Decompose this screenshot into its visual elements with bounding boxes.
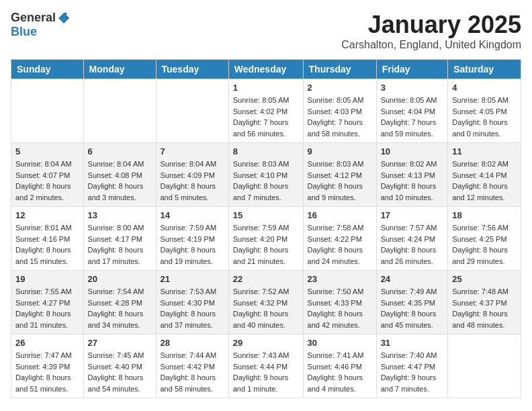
calendar-cell: 10Sunrise: 8:02 AM Sunset: 4:13 PM Dayli… bbox=[376, 143, 448, 207]
week-row-4: 19Sunrise: 7:55 AM Sunset: 4:27 PM Dayli… bbox=[11, 271, 521, 334]
calendar-cell: 28Sunrise: 7:44 AM Sunset: 4:42 PM Dayli… bbox=[156, 334, 228, 398]
day-number: 21 bbox=[161, 274, 224, 284]
day-info: Sunrise: 7:45 AM Sunset: 4:40 PM Dayligh… bbox=[88, 350, 152, 394]
calendar-cell bbox=[156, 79, 228, 143]
col-header-saturday: Saturday bbox=[448, 60, 521, 79]
calendar-cell bbox=[448, 334, 521, 398]
col-header-monday: Monday bbox=[83, 60, 156, 79]
day-number: 25 bbox=[452, 274, 517, 284]
calendar-cell: 2Sunrise: 8:05 AM Sunset: 4:03 PM Daylig… bbox=[303, 79, 376, 143]
day-number: 28 bbox=[161, 338, 224, 348]
day-number: 14 bbox=[161, 210, 224, 220]
calendar: SundayMondayTuesdayWednesdayThursdayFrid… bbox=[11, 59, 521, 398]
calendar-cell: 14Sunrise: 7:59 AM Sunset: 4:19 PM Dayli… bbox=[156, 207, 228, 271]
calendar-cell: 1Sunrise: 8:05 AM Sunset: 4:02 PM Daylig… bbox=[228, 79, 303, 143]
calendar-cell: 15Sunrise: 7:59 AM Sunset: 4:20 PM Dayli… bbox=[228, 207, 303, 271]
logo: General Blue bbox=[11, 11, 71, 39]
day-number: 31 bbox=[381, 338, 444, 348]
day-info: Sunrise: 7:47 AM Sunset: 4:39 PM Dayligh… bbox=[15, 350, 79, 394]
day-number: 11 bbox=[452, 146, 517, 156]
col-header-thursday: Thursday bbox=[303, 60, 376, 79]
calendar-cell: 7Sunrise: 8:04 AM Sunset: 4:09 PM Daylig… bbox=[156, 143, 228, 207]
calendar-cell: 4Sunrise: 8:05 AM Sunset: 4:05 PM Daylig… bbox=[448, 79, 521, 143]
day-number: 1 bbox=[233, 83, 299, 93]
calendar-cell: 31Sunrise: 7:40 AM Sunset: 4:47 PM Dayli… bbox=[376, 334, 448, 398]
calendar-header-row: SundayMondayTuesdayWednesdayThursdayFrid… bbox=[11, 60, 521, 79]
calendar-cell: 16Sunrise: 7:58 AM Sunset: 4:22 PM Dayli… bbox=[303, 207, 376, 271]
day-info: Sunrise: 7:57 AM Sunset: 4:24 PM Dayligh… bbox=[381, 222, 444, 267]
day-info: Sunrise: 7:50 AM Sunset: 4:33 PM Dayligh… bbox=[308, 286, 372, 330]
logo-blue-text: Blue bbox=[11, 25, 37, 38]
day-number: 19 bbox=[15, 274, 79, 284]
day-number: 16 bbox=[308, 210, 372, 220]
day-number: 12 bbox=[15, 210, 79, 220]
day-number: 24 bbox=[381, 274, 444, 284]
calendar-cell: 26Sunrise: 7:47 AM Sunset: 4:39 PM Dayli… bbox=[11, 334, 84, 398]
logo-icon bbox=[57, 11, 71, 25]
day-number: 2 bbox=[308, 83, 372, 93]
day-number: 13 bbox=[88, 210, 152, 220]
calendar-cell: 24Sunrise: 7:49 AM Sunset: 4:35 PM Dayli… bbox=[376, 271, 448, 334]
calendar-cell: 27Sunrise: 7:45 AM Sunset: 4:40 PM Dayli… bbox=[83, 334, 156, 398]
calendar-cell: 13Sunrise: 8:00 AM Sunset: 4:17 PM Dayli… bbox=[83, 207, 156, 271]
title-area: January 2025 Carshalton, England, United… bbox=[341, 11, 521, 51]
day-info: Sunrise: 8:03 AM Sunset: 4:10 PM Dayligh… bbox=[233, 158, 299, 203]
calendar-cell: 5Sunrise: 8:04 AM Sunset: 4:07 PM Daylig… bbox=[11, 143, 84, 207]
calendar-cell: 17Sunrise: 7:57 AM Sunset: 4:24 PM Dayli… bbox=[376, 207, 448, 271]
day-info: Sunrise: 7:55 AM Sunset: 4:27 PM Dayligh… bbox=[15, 286, 79, 330]
day-info: Sunrise: 7:48 AM Sunset: 4:37 PM Dayligh… bbox=[452, 286, 517, 330]
calendar-cell bbox=[83, 79, 156, 143]
day-info: Sunrise: 7:53 AM Sunset: 4:30 PM Dayligh… bbox=[161, 286, 224, 330]
day-number: 6 bbox=[88, 146, 152, 156]
day-info: Sunrise: 7:56 AM Sunset: 4:25 PM Dayligh… bbox=[452, 222, 517, 267]
day-info: Sunrise: 7:44 AM Sunset: 4:42 PM Dayligh… bbox=[161, 350, 224, 394]
calendar-cell: 19Sunrise: 7:55 AM Sunset: 4:27 PM Dayli… bbox=[11, 271, 84, 334]
calendar-cell bbox=[11, 79, 84, 143]
day-info: Sunrise: 7:54 AM Sunset: 4:28 PM Dayligh… bbox=[88, 286, 152, 330]
week-row-2: 5Sunrise: 8:04 AM Sunset: 4:07 PM Daylig… bbox=[11, 143, 521, 207]
day-number: 4 bbox=[452, 83, 517, 93]
calendar-cell: 3Sunrise: 8:05 AM Sunset: 4:04 PM Daylig… bbox=[376, 79, 448, 143]
calendar-cell: 12Sunrise: 8:01 AM Sunset: 4:16 PM Dayli… bbox=[11, 207, 84, 271]
day-info: Sunrise: 8:02 AM Sunset: 4:13 PM Dayligh… bbox=[381, 158, 444, 203]
col-header-wednesday: Wednesday bbox=[228, 60, 303, 79]
col-header-friday: Friday bbox=[376, 60, 448, 79]
day-number: 3 bbox=[381, 83, 444, 93]
calendar-cell: 8Sunrise: 8:03 AM Sunset: 4:10 PM Daylig… bbox=[228, 143, 303, 207]
day-number: 15 bbox=[233, 210, 299, 220]
calendar-cell: 30Sunrise: 7:41 AM Sunset: 4:46 PM Dayli… bbox=[303, 334, 376, 398]
day-info: Sunrise: 8:04 AM Sunset: 4:09 PM Dayligh… bbox=[161, 158, 224, 203]
day-info: Sunrise: 8:01 AM Sunset: 4:16 PM Dayligh… bbox=[15, 222, 79, 267]
calendar-cell: 25Sunrise: 7:48 AM Sunset: 4:37 PM Dayli… bbox=[448, 271, 521, 334]
day-number: 22 bbox=[233, 274, 299, 284]
calendar-cell: 18Sunrise: 7:56 AM Sunset: 4:25 PM Dayli… bbox=[448, 207, 521, 271]
day-number: 20 bbox=[88, 274, 152, 284]
day-info: Sunrise: 8:03 AM Sunset: 4:12 PM Dayligh… bbox=[308, 158, 372, 203]
day-info: Sunrise: 8:05 AM Sunset: 4:03 PM Dayligh… bbox=[308, 95, 372, 139]
day-info: Sunrise: 7:58 AM Sunset: 4:22 PM Dayligh… bbox=[308, 222, 372, 267]
day-info: Sunrise: 7:49 AM Sunset: 4:35 PM Dayligh… bbox=[381, 286, 444, 330]
day-info: Sunrise: 8:04 AM Sunset: 4:08 PM Dayligh… bbox=[88, 158, 152, 203]
day-info: Sunrise: 8:05 AM Sunset: 4:04 PM Dayligh… bbox=[381, 95, 444, 139]
logo-general-text: General bbox=[11, 11, 56, 25]
day-number: 18 bbox=[452, 210, 517, 220]
calendar-cell: 29Sunrise: 7:43 AM Sunset: 4:44 PM Dayli… bbox=[228, 334, 303, 398]
day-number: 17 bbox=[381, 210, 444, 220]
day-number: 9 bbox=[308, 146, 372, 156]
day-number: 29 bbox=[233, 338, 299, 348]
week-row-1: 1Sunrise: 8:05 AM Sunset: 4:02 PM Daylig… bbox=[11, 79, 521, 143]
subtitle: Carshalton, England, United Kingdom bbox=[341, 39, 521, 51]
calendar-cell: 20Sunrise: 7:54 AM Sunset: 4:28 PM Dayli… bbox=[83, 271, 156, 334]
main-title: January 2025 bbox=[341, 11, 521, 39]
day-number: 30 bbox=[308, 338, 372, 348]
col-header-tuesday: Tuesday bbox=[156, 60, 228, 79]
day-info: Sunrise: 8:05 AM Sunset: 4:02 PM Dayligh… bbox=[233, 95, 299, 139]
day-number: 5 bbox=[15, 146, 79, 156]
day-info: Sunrise: 7:40 AM Sunset: 4:47 PM Dayligh… bbox=[381, 350, 444, 394]
calendar-cell: 22Sunrise: 7:52 AM Sunset: 4:32 PM Dayli… bbox=[228, 271, 303, 334]
week-row-3: 12Sunrise: 8:01 AM Sunset: 4:16 PM Dayli… bbox=[11, 207, 521, 271]
day-number: 7 bbox=[161, 146, 224, 156]
calendar-cell: 6Sunrise: 8:04 AM Sunset: 4:08 PM Daylig… bbox=[83, 143, 156, 207]
col-header-sunday: Sunday bbox=[11, 60, 84, 79]
day-number: 8 bbox=[233, 146, 299, 156]
